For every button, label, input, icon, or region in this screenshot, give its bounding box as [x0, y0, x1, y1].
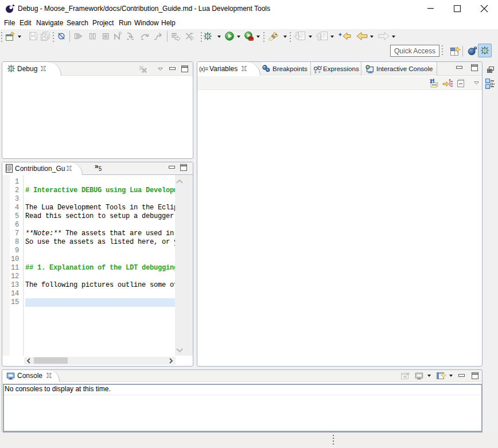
svg-text:=: = — [318, 70, 321, 74]
